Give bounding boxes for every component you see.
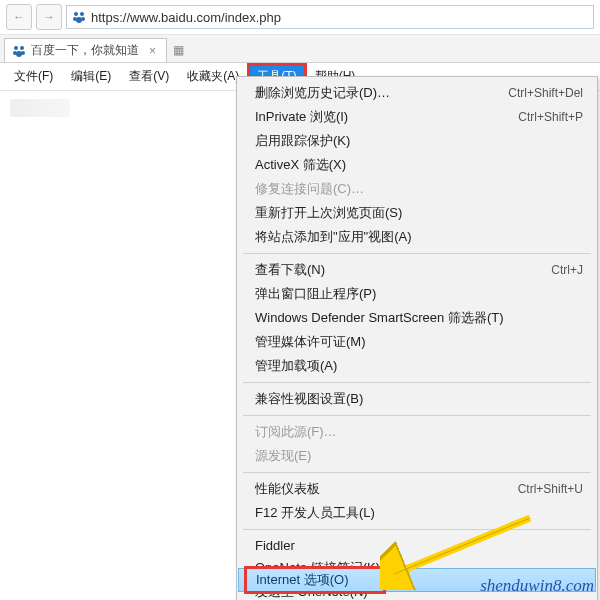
svg-point-6 (20, 46, 24, 50)
menu-item-label: InPrivate 浏览(I) (255, 108, 348, 126)
menu-item-label: 弹出窗口阻止程序(P) (255, 285, 376, 303)
menu-item-label: 将站点添加到"应用"视图(A) (255, 228, 412, 246)
menu-item[interactable]: 兼容性视图设置(B) (237, 387, 597, 411)
watermark-text: shenduwin8.com (480, 576, 594, 596)
menu-item[interactable]: 将站点添加到"应用"视图(A) (237, 225, 597, 249)
menu-item-label: 删除浏览历史记录(D)… (255, 84, 390, 102)
address-bar[interactable] (66, 5, 594, 29)
menu-item-label: 查看下载(N) (255, 261, 325, 279)
url-input[interactable] (91, 10, 589, 25)
menu-item-label: ActiveX 筛选(X) (255, 156, 346, 174)
svg-line-12 (394, 518, 530, 574)
nav-toolbar: ← → (0, 0, 600, 35)
menu-item-label: 重新打开上次浏览页面(S) (255, 204, 402, 222)
menu-item-label: 管理媒体许可证(M) (255, 333, 366, 351)
svg-point-5 (14, 46, 18, 50)
tab-strip: 百度一下，你就知道 × ▦ (0, 35, 600, 63)
svg-point-0 (74, 12, 78, 16)
menu-item[interactable]: 查看下载(N)Ctrl+J (237, 258, 597, 282)
menu-item-label: 兼容性视图设置(B) (255, 390, 363, 408)
menu-item-shortcut: Ctrl+Shift+Del (508, 86, 583, 100)
annotation-redbox (244, 566, 386, 594)
menu-file[interactable]: 文件(F) (6, 65, 61, 88)
menu-item-shortcut: Ctrl+J (551, 263, 583, 277)
menu-item[interactable]: 管理媒体许可证(M) (237, 330, 597, 354)
site-paw-icon (71, 9, 87, 25)
close-icon[interactable]: × (149, 44, 156, 58)
menu-item[interactable]: ActiveX 筛选(X) (237, 153, 597, 177)
svg-point-4 (76, 17, 82, 23)
menu-item[interactable]: 重新打开上次浏览页面(S) (237, 201, 597, 225)
menu-item[interactable]: 启用跟踪保护(K) (237, 129, 597, 153)
menu-item: 修复连接问题(C)… (237, 177, 597, 201)
menu-item-label: 性能仪表板 (255, 480, 320, 498)
menu-item[interactable]: 删除浏览历史记录(D)…Ctrl+Shift+Del (237, 81, 597, 105)
menu-item[interactable]: InPrivate 浏览(I)Ctrl+Shift+P (237, 105, 597, 129)
menu-separator (243, 253, 591, 254)
menu-separator (243, 415, 591, 416)
menu-item-label: F12 开发人员工具(L) (255, 504, 375, 522)
svg-point-1 (80, 12, 84, 16)
menu-item: 源发现(E) (237, 444, 597, 468)
back-button[interactable]: ← (6, 4, 32, 30)
new-tab-button[interactable]: ▦ (173, 43, 184, 57)
menu-item-label: 管理加载项(A) (255, 357, 337, 375)
menu-edit[interactable]: 编辑(E) (63, 65, 119, 88)
menu-item-shortcut: Ctrl+Shift+P (518, 110, 583, 124)
menu-item-label: Windows Defender SmartScreen 筛选器(T) (255, 309, 504, 327)
arrow-left-icon: ← (13, 10, 25, 24)
forward-button[interactable]: → (36, 4, 62, 30)
menu-separator (243, 382, 591, 383)
menu-item-label: 源发现(E) (255, 447, 311, 465)
menu-item-label: 修复连接问题(C)… (255, 180, 364, 198)
arrow-right-icon: → (43, 10, 55, 24)
menu-item[interactable]: 管理加载项(A) (237, 354, 597, 378)
menu-item-label: 启用跟踪保护(K) (255, 132, 350, 150)
blurred-region (10, 99, 70, 117)
menu-item[interactable]: 性能仪表板Ctrl+Shift+U (237, 477, 597, 501)
menu-item-label: Fiddler (255, 538, 295, 553)
menu-item[interactable]: Windows Defender SmartScreen 筛选器(T) (237, 306, 597, 330)
menu-separator (243, 472, 591, 473)
menu-item: 订阅此源(F)… (237, 420, 597, 444)
menu-item[interactable]: 弹出窗口阻止程序(P) (237, 282, 597, 306)
menu-view[interactable]: 查看(V) (121, 65, 177, 88)
tab-title: 百度一下，你就知道 (31, 42, 139, 59)
browser-tab[interactable]: 百度一下，你就知道 × (4, 38, 167, 62)
menu-item-shortcut: Ctrl+Shift+U (518, 482, 583, 496)
tab-paw-icon (11, 43, 27, 59)
svg-point-9 (16, 51, 22, 57)
menu-item-label: 订阅此源(F)… (255, 423, 337, 441)
